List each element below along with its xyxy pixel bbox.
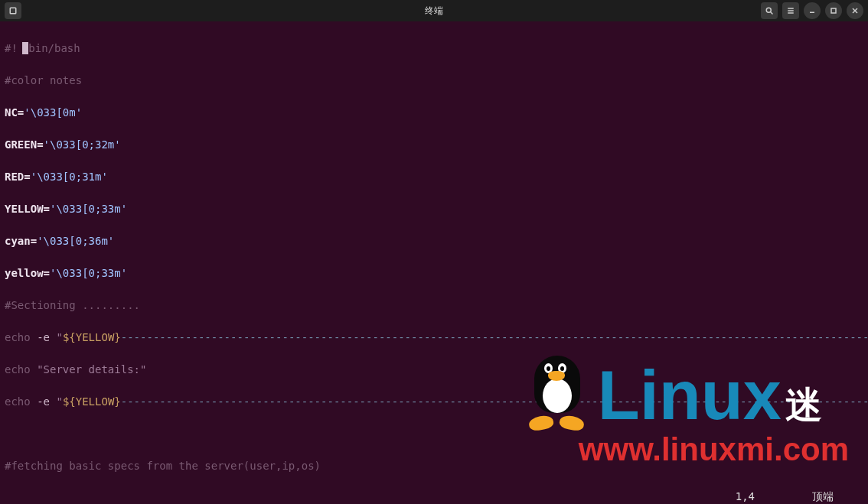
window-title: 终端 <box>425 3 443 19</box>
close-button[interactable] <box>847 2 863 19</box>
svg-line-2 <box>771 12 773 15</box>
menu-button[interactable] <box>782 2 799 19</box>
svg-point-1 <box>766 8 771 12</box>
search-button[interactable] <box>761 2 778 19</box>
titlebar: 终端 <box>0 0 868 21</box>
maximize-button[interactable] <box>825 2 842 19</box>
hamburger-icon <box>786 6 795 15</box>
new-tab-icon <box>8 6 18 15</box>
svg-rect-7 <box>831 8 836 13</box>
file-location: 顶端 <box>812 489 834 505</box>
code-text: #! <box>5 42 24 54</box>
svg-rect-0 <box>10 8 16 14</box>
close-icon <box>850 6 860 15</box>
new-tab-button[interactable] <box>5 2 21 19</box>
vim-statusbar: 1,4 顶端 <box>0 489 868 504</box>
search-icon <box>765 6 774 15</box>
minimize-icon <box>808 6 817 15</box>
minimize-button[interactable] <box>804 2 821 19</box>
editor-area[interactable]: #! bin/bash #color notes NC='\033[0m' GR… <box>0 21 868 489</box>
cursor-position: 1,4 <box>736 489 755 505</box>
maximize-icon <box>829 6 838 15</box>
